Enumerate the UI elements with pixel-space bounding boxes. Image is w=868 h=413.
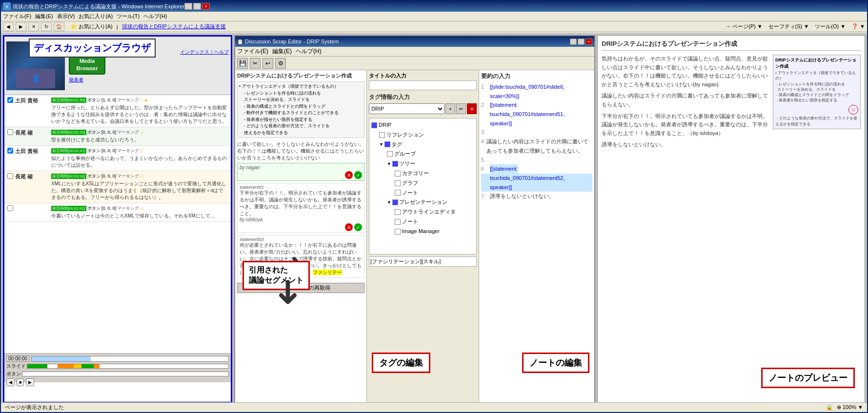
tag-edit-button[interactable]: ✏ [456, 103, 466, 114]
tree-item-note[interactable]: ノート [371, 188, 474, 198]
se-titlebar: 📋 Discussion Scrap Editor - DRIP System … [235, 36, 594, 47]
tree-checkbox[interactable] [395, 171, 401, 177]
highlighted-text: スライド [254, 270, 274, 275]
se-menu-file[interactable]: ファイル(E) [237, 47, 268, 56]
se-menu-help[interactable]: ヘルプ(H) [296, 47, 322, 56]
menu-file[interactable]: ファイル(F) [3, 13, 31, 20]
tag-edit-overlay-label: タグの編集 [372, 353, 430, 373]
tree-checkbox[interactable] [395, 229, 401, 235]
line-num: 3 [481, 128, 488, 137]
tree-checkbox[interactable] [395, 209, 401, 215]
forward-button[interactable]: ▶ [26, 378, 34, 386]
tree-checkbox[interactable] [379, 132, 385, 138]
ie-window: e 現状の報告とDRIPシステムによる議論支援 - Windows Intern… [0, 0, 868, 413]
tree-checkbox[interactable] [384, 141, 390, 147]
entry-checkbox[interactable] [7, 148, 13, 154]
tree-item-image-manager[interactable]: Image Manager [371, 227, 474, 236]
tree-item-tree[interactable]: ▼ ツリー [371, 159, 474, 169]
seg-reject-button[interactable]: ✕ [345, 171, 353, 179]
tree-item-tag[interactable]: ▼ タグ [371, 140, 474, 150]
close-button[interactable]: × [202, 3, 210, 10]
se-close[interactable]: × [585, 39, 592, 45]
seg-reject-button[interactable]: ✕ [345, 223, 353, 231]
progress-bar[interactable] [31, 356, 229, 362]
tree-checkbox[interactable] [371, 122, 377, 128]
safety-label: セーフティ(S) ▼ [768, 23, 809, 30]
tag-delete-button[interactable]: ✕ [467, 103, 477, 114]
tree-label: アウトラインエディタ [402, 207, 456, 217]
btn-coords: ボタン [0, 0, 0] [87, 129, 117, 136]
index-link[interactable]: インデックス｜ヘルプ [180, 49, 229, 56]
tree-checkbox[interactable] [387, 151, 393, 157]
tree-item-category[interactable]: カテゴリー [371, 169, 474, 178]
se-minimize[interactable]: ─ [570, 39, 577, 45]
menu-view[interactable]: 表示(V) [57, 13, 75, 20]
tree-label: Image Manager [402, 227, 440, 236]
tag-add-button[interactable]: + [445, 103, 455, 114]
tree-label: DRIP [379, 120, 391, 130]
tree-item-group[interactable]: グループ [371, 149, 474, 159]
menu-tools[interactable]: ツール(T) [117, 13, 140, 20]
help-icon: ❓ ▼ [851, 23, 865, 30]
tool-save[interactable]: 💾 [237, 58, 248, 69]
publisher-link[interactable]: 発表者 [69, 77, 229, 83]
menu-edit[interactable]: 編集(E) [35, 13, 53, 20]
back-button[interactable]: ◀ [3, 22, 14, 31]
note-edit-overlay-label: ノートの編集 [522, 353, 589, 373]
statement-list: 土田 貴裕 発言時間[00:01:59] ボタン [1, 0, 0] マーキング… [4, 95, 231, 353]
entry-author [15, 205, 49, 219]
se-maximize[interactable]: □ [578, 39, 585, 45]
tree-item-presentation[interactable]: ▼ プレゼンテーション [371, 197, 474, 207]
stop-button[interactable]: ✕ [28, 22, 39, 31]
segment-entry: by nagao ✕ ✓ [237, 163, 364, 181]
segment-entry: statement53 何が必要とされているか：！！が右下にあるのは問違い。発表… [237, 235, 364, 278]
remark-button[interactable]: マーキング発言の再取得 [237, 283, 364, 293]
tree-checkbox[interactable] [392, 199, 398, 205]
line-text: scale=30%]] [490, 92, 519, 101]
entry-checkbox[interactable] [7, 205, 13, 211]
entry-content: 発言時間[00:02:47] ボタン [0, 0, 0] マーキング ☆ 似たよ… [51, 148, 228, 169]
tool-cut[interactable]: ✂ [250, 58, 261, 69]
maximize-button[interactable]: □ [193, 3, 201, 10]
tree-checkbox[interactable] [392, 161, 398, 167]
tree-checkbox[interactable] [395, 190, 401, 196]
menu-help[interactable]: ヘルプ(H) [143, 13, 167, 20]
stop-button[interactable]: ■ [17, 378, 24, 386]
tool-undo[interactable]: ↩ [262, 58, 273, 69]
remark-btn-container: マーキング発言の再取得 [237, 281, 364, 293]
slide-content: • アウトラインエディタ（現状でできているもの） - レゼンショントを作る時に話… [237, 81, 364, 138]
slide-timeline [27, 364, 229, 369]
seg-accept-button[interactable]: ✓ [354, 223, 362, 231]
minimize-button[interactable]: ─ [184, 3, 192, 10]
tree-item-note2[interactable]: ノート [371, 217, 474, 227]
tag-select[interactable]: DRIP [369, 103, 444, 114]
favorites-btn[interactable]: ⭐ お気に入り(A) [70, 23, 113, 30]
expand-icon: ▼ [379, 140, 384, 148]
seg-accept-button[interactable]: ✓ [354, 171, 362, 179]
tool-settings[interactable]: ⚙ [275, 58, 286, 69]
tree-item-graph[interactable]: グラフ [371, 178, 474, 188]
play-button[interactable]: ◀ [6, 378, 15, 386]
nav-link[interactable]: 現状の報告とDRIPシステムによる議論支援 [122, 23, 226, 30]
slide-annotation-text: ・どのような発表の形や方法で、スライドを使えるかを指定できる [775, 116, 858, 126]
tree-item-reflection[interactable]: リフレクション [371, 130, 474, 140]
ie-toolbar: ◀ ▶ ✕ ↻ 🏠 ⭐ お気に入り(A) | 現状の報告とDRIPシステムによる… [1, 21, 867, 32]
se-menu-edit[interactable]: 編集(E) [272, 47, 292, 56]
entry-text: 似たような事例が述べるにあって、うまくいかなかった。あらかじめできるものについて… [51, 155, 228, 169]
entry-checkbox[interactable] [7, 129, 13, 135]
tree-label: タグ [391, 140, 402, 150]
tree-label: ノート [402, 217, 418, 227]
tree-item-drip[interactable]: DRIP [371, 120, 474, 130]
home-button[interactable]: 🏠 [54, 22, 64, 31]
refresh-button[interactable]: ↻ [41, 22, 52, 31]
note-panel-title: 要約の入力 [481, 72, 592, 80]
tree-checkbox[interactable] [395, 180, 401, 186]
tree-item-outline-editor[interactable]: アウトラインエディタ [371, 207, 474, 217]
segment-text: 何が必要とされているか：！！が右下にあるのは問違い。発表者が気づけばいい。忘れな… [240, 242, 362, 276]
forward-button[interactable]: ▶ [16, 22, 26, 31]
menu-favorites[interactable]: お気に入り(A) [79, 13, 113, 20]
title-input[interactable] [369, 80, 477, 90]
tree-checkbox[interactable] [395, 219, 401, 225]
entry-checkbox[interactable] [7, 97, 13, 103]
entry-checkbox[interactable] [7, 173, 13, 179]
